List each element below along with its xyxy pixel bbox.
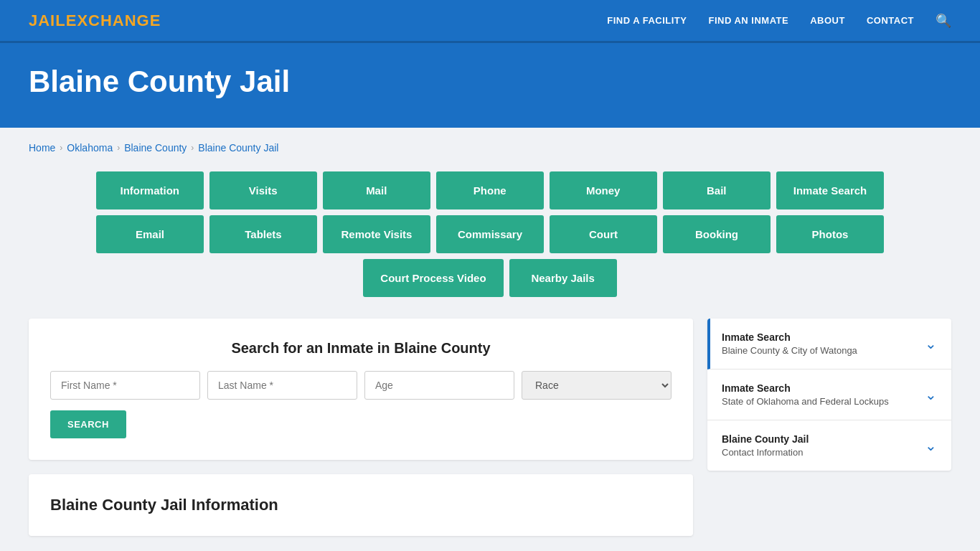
- hero-section: Blaine County Jail: [0, 43, 980, 128]
- btn-bail[interactable]: Bail: [663, 171, 771, 209]
- sidebar-item-3-title: Blaine County Jail: [722, 433, 809, 445]
- btn-visits[interactable]: Visits: [209, 171, 317, 209]
- btn-email[interactable]: Email: [96, 215, 204, 253]
- breadcrumb-blaine-county[interactable]: Blaine County: [124, 142, 187, 154]
- logo-part1: JAIL: [29, 11, 66, 29]
- breadcrumb-jail[interactable]: Blaine County Jail: [198, 142, 278, 154]
- btn-booking[interactable]: Booking: [663, 215, 771, 253]
- sidebar-item-3-text: Blaine County Jail Contact Information: [722, 433, 809, 458]
- nav-find-facility[interactable]: FIND A FACILITY: [607, 15, 687, 26]
- btn-mail[interactable]: Mail: [323, 171, 430, 209]
- btn-photos[interactable]: Photos: [776, 215, 884, 253]
- left-content: Search for an Inmate in Blaine County Ra…: [29, 319, 693, 536]
- btn-remote-visits[interactable]: Remote Visits: [323, 215, 430, 253]
- breadcrumb-home[interactable]: Home: [29, 142, 55, 154]
- nav-find-inmate[interactable]: FIND AN INMATE: [708, 15, 788, 26]
- logo[interactable]: JAILEXCHANGE: [29, 11, 161, 30]
- btn-row-2: Email Tablets Remote Visits Commissary C…: [96, 215, 884, 253]
- sep3: ›: [191, 143, 194, 153]
- btn-money[interactable]: Money: [550, 171, 657, 209]
- age-input[interactable]: [364, 371, 514, 400]
- search-button[interactable]: SEARCH: [50, 410, 126, 438]
- search-fields: Race White Black Hispanic Asian Other: [50, 371, 672, 400]
- chevron-icon-3: ⌄: [925, 437, 937, 454]
- btn-court-process-video[interactable]: Court Process Video: [363, 259, 503, 297]
- chevron-icon-1: ⌄: [925, 335, 937, 352]
- last-name-input[interactable]: [207, 371, 357, 400]
- btn-information[interactable]: Information: [96, 171, 204, 209]
- btn-row-1: Information Visits Mail Phone Money Bail…: [96, 171, 885, 209]
- sidebar-item-1-subtitle: Blaine County & City of Watonga: [722, 345, 857, 356]
- btn-phone[interactable]: Phone: [436, 171, 544, 209]
- page-title: Blaine County Jail: [29, 65, 951, 99]
- btn-row-3: Court Process Video Nearby Jails: [363, 259, 616, 297]
- sidebar-item-2-text: Inmate Search State of Oklahoma and Fede…: [722, 382, 889, 407]
- race-select[interactable]: Race White Black Hispanic Asian Other: [522, 371, 672, 400]
- sep2: ›: [117, 143, 120, 153]
- search-title: Search for an Inmate in Blaine County: [50, 340, 672, 357]
- btn-inmate-search[interactable]: Inmate Search: [776, 171, 885, 209]
- logo-exchange: E: [66, 11, 77, 29]
- sidebar-item-3-subtitle: Contact Information: [722, 447, 809, 458]
- header: JAILEXCHANGE FIND A FACILITY FIND AN INM…: [0, 0, 980, 43]
- breadcrumb-oklahoma[interactable]: Oklahoma: [67, 142, 113, 154]
- sidebar-item-1-text: Inmate Search Blaine County & City of Wa…: [722, 331, 857, 356]
- sidebar-item-2-subtitle: State of Oklahoma and Federal Lockups: [722, 396, 889, 407]
- main-layout: Search for an Inmate in Blaine County Ra…: [29, 319, 951, 536]
- logo-part2-rest: XCHANGE: [77, 11, 161, 29]
- info-section: Blaine County Jail Information: [29, 474, 693, 536]
- main-nav: FIND A FACILITY FIND AN INMATE ABOUT CON…: [607, 13, 951, 29]
- search-box: Search for an Inmate in Blaine County Ra…: [29, 319, 693, 460]
- btn-commissary[interactable]: Commissary: [436, 215, 544, 253]
- search-icon[interactable]: 🔍: [936, 13, 951, 29]
- sidebar-card: Inmate Search Blaine County & City of Wa…: [707, 319, 951, 471]
- chevron-icon-2: ⌄: [925, 386, 937, 403]
- sidebar-item-2-title: Inmate Search: [722, 382, 889, 394]
- right-sidebar: Inmate Search Blaine County & City of Wa…: [707, 319, 951, 471]
- sidebar-item-2[interactable]: Inmate Search State of Oklahoma and Fede…: [707, 369, 951, 420]
- sidebar-item-1[interactable]: Inmate Search Blaine County & City of Wa…: [707, 319, 951, 369]
- breadcrumb: Home › Oklahoma › Blaine County › Blaine…: [29, 142, 951, 154]
- btn-nearby-jails[interactable]: Nearby Jails: [509, 259, 617, 297]
- content-area: Home › Oklahoma › Blaine County › Blaine…: [0, 128, 980, 551]
- info-title: Blaine County Jail Information: [50, 496, 672, 514]
- nav-contact[interactable]: CONTACT: [867, 15, 914, 26]
- nav-buttons-section: Information Visits Mail Phone Money Bail…: [29, 171, 951, 297]
- nav-about[interactable]: ABOUT: [810, 15, 845, 26]
- sidebar-item-3[interactable]: Blaine County Jail Contact Information ⌄: [707, 420, 951, 471]
- sidebar-item-1-title: Inmate Search: [722, 331, 857, 343]
- btn-tablets[interactable]: Tablets: [209, 215, 317, 253]
- btn-court[interactable]: Court: [550, 215, 657, 253]
- first-name-input[interactable]: [50, 371, 200, 400]
- sep1: ›: [60, 143, 62, 153]
